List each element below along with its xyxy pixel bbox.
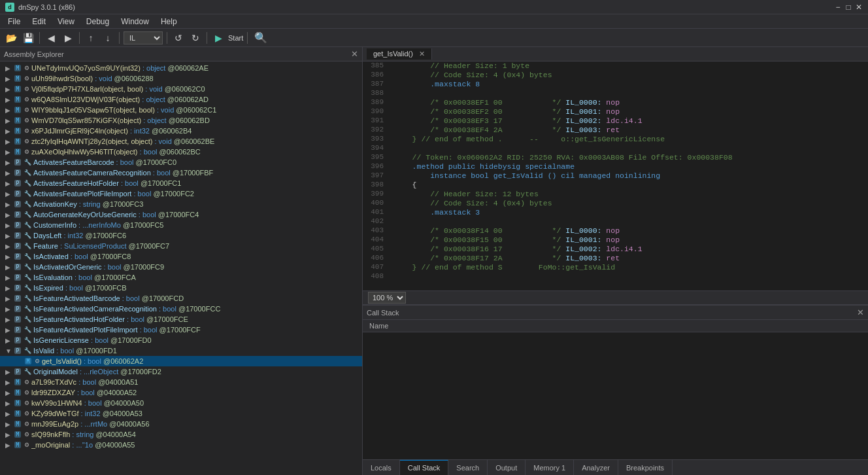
menu-view[interactable]: View [52, 16, 80, 27]
access-icon: ⚙ [24, 128, 29, 134]
line-content: /* 0x00038F14 00 */ IL_0000: nop [389, 226, 868, 235]
code-tab-close[interactable]: ✕ [419, 50, 425, 58]
menu-help[interactable]: Help [156, 16, 182, 27]
bottom-tab-locals[interactable]: Locals [363, 460, 400, 475]
svg-text:P: P [16, 285, 20, 291]
menu-window[interactable]: Window [116, 16, 154, 27]
svg-text:P: P [16, 202, 20, 207]
tree-item-text: zuAXeOlqHhlwWy5H6TlT(object) : bool @060… [31, 148, 201, 156]
tree-item[interactable]: ▶M⚙WmVD70lqS5wr857KiGFX(object) : object… [0, 115, 362, 126]
nav-up-button[interactable]: ↑ [84, 31, 98, 45]
tree-item[interactable]: ▶P🔧Feature : SuLicensedProduct @17000FC7 [0, 241, 362, 251]
tree-item[interactable]: ▼P🔧IsValid : bool @17000FD1 [0, 345, 362, 356]
tree-item[interactable]: ▶M⚙ldr99ZDXZAY : bool @04000A52 [0, 387, 362, 398]
language-dropdown[interactable]: IL C# [124, 31, 163, 44]
line-content: // Header Size: 1 byte [389, 62, 868, 70]
zoom-dropdown[interactable]: 100 % 75 % 125 % [368, 292, 406, 304]
item-type-icon: M [13, 106, 22, 114]
assembly-tree-view[interactable]: ▶M⚙UNeTdylmvUQo7yoSm9UY(int32) : object … [0, 62, 362, 475]
search-button[interactable]: 🔍 [252, 31, 270, 44]
tree-item-text: IsActivatedOrGeneric : bool @17000FC9 [33, 263, 164, 271]
menu-debug[interactable]: Debug [81, 16, 114, 27]
tree-item[interactable]: ▶P🔧ActivationKey : string @17000FC3 [0, 199, 362, 209]
bottom-tab-output[interactable]: Output [488, 460, 526, 475]
tree-item[interactable]: ▶P🔧ActivatesFeatureBarcode : bool @17000… [0, 157, 362, 167]
access-icon: 🔧 [24, 169, 31, 176]
menu-edit[interactable]: Edit [27, 16, 51, 27]
tree-item[interactable]: ▶P🔧IsGenericLicense : bool @17000FD0 [0, 335, 362, 345]
menubar: File Edit View Debug Window Help [0, 14, 868, 29]
tree-item[interactable]: ▶M⚙mnJ99EuAg2p : ...rrtMo @04000A56 [0, 419, 362, 429]
forward-button[interactable]: ▶ [61, 31, 75, 45]
tree-item[interactable]: ▶M⚙ztc2fyIqIHqAWNTj28y2(object, object) … [0, 136, 362, 147]
expand-icon: ▶ [5, 117, 13, 124]
access-icon: 🔧 [24, 211, 31, 218]
expand-icon: ▶ [5, 86, 13, 93]
tree-item-text: IsFeatureActivatedPlotFileImport : bool … [33, 326, 201, 334]
tree-item[interactable]: ▶P🔧IsExpired : bool @17000FCB [0, 283, 362, 293]
code-line: 397 instance bool get_IsValid () cil man… [363, 171, 868, 181]
back-button[interactable]: ◀ [44, 31, 58, 45]
tree-item[interactable]: ▶M⚙WIY9bblqJ1e05VSapw5T(object, bool) : … [0, 105, 362, 115]
tree-item[interactable]: ▶P🔧IsFeatureActivatedPlotFileImport : bo… [0, 325, 362, 335]
tree-item-text: IsFeatureActivatedBarcode : bool @17000F… [33, 294, 184, 302]
tree-item-text: sIQ99nkFflh : string @04000A54 [31, 431, 136, 438]
app-title: dnSpy 3.0.1 (x86) [18, 3, 830, 11]
tree-item[interactable]: ▶P🔧ActivatesFeaturePlotFileImport : bool… [0, 188, 362, 199]
tree-item[interactable]: ▶M⚙KZy99dWeTGf : int32 @04000A53 [0, 408, 362, 419]
tree-item[interactable]: ▶M⚙uUh99ihwdrS(bool) : void @06006288 [0, 73, 362, 84]
close-button[interactable]: ✕ [855, 3, 863, 11]
save-button[interactable]: 💾 [21, 31, 35, 45]
bottom-tab-search[interactable]: Search [448, 460, 488, 475]
bottom-tab-memory-1[interactable]: Memory 1 [526, 460, 574, 475]
item-type-icon: P [13, 200, 22, 208]
tree-item[interactable]: ▶M⚙a7L99cTXdVc : bool @04000A51 [0, 377, 362, 387]
code-line: 392 /* 0x00038EF4 2A */ IL_0003: ret [363, 126, 868, 135]
line-content: /* 0x00038F16 17 */ IL_0002: ldc.i4.1 [389, 245, 868, 253]
tree-item[interactable]: ▶P🔧OriginalModel : ...rleObject @17000FD… [0, 366, 362, 377]
tree-item[interactable]: ▶P🔧AutoGenerateKeyOrUseGeneric : bool @1… [0, 209, 362, 220]
tree-item[interactable]: ▶M⚙UNeTdylmvUQo7yoSm9UY(int32) : object … [0, 63, 362, 73]
tree-item[interactable]: ▶P🔧CustomerInfo : ...nerInfoMo @17000FC5 [0, 220, 362, 230]
tree-item[interactable]: ▶M⚙_moOriginal : ...''1o @04000A55 [0, 440, 362, 450]
menu-file[interactable]: File [3, 16, 25, 27]
tree-item[interactable]: ▶P🔧IsFeatureActivatedBarcode : bool @170… [0, 293, 362, 304]
start-label[interactable]: Start [228, 34, 243, 42]
line-number: 408 [363, 272, 389, 280]
bottom-tab-analyzer[interactable]: Analyzer [574, 460, 618, 475]
tree-item[interactable]: ▶M⚙w6QA8SlmU23VDWjV03F(object) : object … [0, 94, 362, 105]
tree-item[interactable]: ▶P🔧ActivatesFeatureCameraRecognition : b… [0, 167, 362, 178]
tree-item[interactable]: ▶M⚙Vj0l5flqdpP7H7XL8arl(object, bool) : … [0, 84, 362, 94]
tree-item[interactable]: ▶P🔧ActivatesFeatureHotFolder : bool @170… [0, 178, 362, 188]
tree-item[interactable]: ▶M⚙sIQ99nkFflh : string @04000A54 [0, 429, 362, 440]
tree-item-text: mnJ99EuAg2p : ...rrtMo @04000A56 [31, 420, 150, 428]
minimize-button[interactable]: − [834, 3, 842, 11]
code-tab[interactable]: get_IsValid() ✕ [367, 48, 432, 60]
code-area[interactable]: 385 // Header Size: 1 byte386 // Code Si… [363, 62, 868, 290]
maximize-button[interactable]: □ [844, 3, 852, 11]
tree-item[interactable]: M⚙get_IsValid() : bool @060062A2 [0, 356, 362, 366]
line-number: 388 [363, 89, 389, 97]
tree-item[interactable]: ▶P🔧IsFeatureActivatedHotFolder : bool @1… [0, 314, 362, 325]
undo-button[interactable]: ↺ [171, 31, 186, 45]
tree-item[interactable]: ▶P🔧IsEvaluation : bool @17000FCA [0, 272, 362, 283]
nav-down-button[interactable]: ↓ [101, 31, 115, 45]
expand-icon: ▶ [5, 96, 13, 103]
bottom-tab-breakpoints[interactable]: Breakpoints [618, 460, 673, 475]
run-start-button[interactable]: ▶ [211, 31, 225, 45]
item-type-icon: P [13, 169, 22, 177]
redo-button[interactable]: ↻ [188, 31, 203, 45]
tree-item[interactable]: ▶P🔧IsFeatureActivatedCameraRecognition :… [0, 304, 362, 314]
tree-item[interactable]: ▶P🔧IsActivated : bool @17000FC8 [0, 251, 362, 262]
tree-item[interactable]: ▶M⚙zuAXeOlqHhlwWy5H6TlT(object) : bool @… [0, 147, 362, 157]
open-button[interactable]: 📂 [4, 31, 18, 45]
tree-item[interactable]: ▶P🔧IsActivatedOrGeneric : bool @17000FC9 [0, 262, 362, 272]
bottom-tab-call-stack[interactable]: Call Stack [400, 460, 449, 475]
tree-item[interactable]: ▶P🔧DaysLeft : int32 @17000FC6 [0, 230, 362, 241]
panel-close-button[interactable]: ✕ [351, 49, 358, 59]
call-stack-title: Call Stack [367, 309, 854, 317]
code-line: 402 [363, 217, 868, 226]
tree-item[interactable]: ▶M⚙x6PJdJlmrGjERl9jC4ln(object) : int32 … [0, 126, 362, 136]
tree-item[interactable]: ▶M⚙kwV99o1HWN4 : bool @04000A50 [0, 398, 362, 408]
call-stack-close-button[interactable]: ✕ [857, 308, 864, 317]
